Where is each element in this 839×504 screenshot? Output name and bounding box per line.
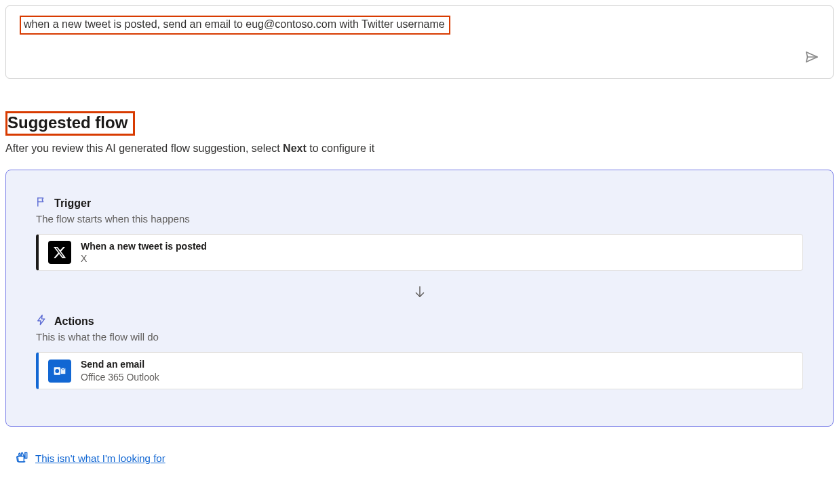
action-step-card[interactable]: Send an email Office 365 Outlook [36, 352, 803, 389]
trigger-step-card[interactable]: When a new tweet is posted X [36, 234, 803, 271]
action-step-sub: Office 365 Outlook [81, 371, 159, 383]
trigger-desc: The flow starts when this happens [36, 213, 803, 225]
outlook-icon [48, 360, 71, 383]
subtext-prefix: After you review this AI generated flow … [5, 142, 283, 154]
trigger-step-sub: X [81, 252, 207, 265]
trigger-header: Trigger [36, 196, 803, 210]
x-twitter-icon [48, 241, 71, 264]
actions-header: Actions [36, 314, 803, 328]
suggested-flow-subtext: After you review this AI generated flow … [5, 142, 834, 155]
actions-desc: This is what the flow will do [36, 331, 803, 343]
subtext-suffix: to configure it [307, 142, 375, 154]
suggested-flow-heading: Suggested flow [7, 113, 128, 132]
suggested-flow-highlight: Suggested flow [5, 111, 135, 136]
send-icon[interactable] [804, 50, 819, 67]
feedback-row: This isn't what I'm looking for [16, 451, 834, 466]
prompt-input-box[interactable]: when a new tweet is posted, send an emai… [5, 5, 834, 79]
trigger-step-text: When a new tweet is posted X [81, 240, 207, 265]
action-step-text: Send an email Office 365 Outlook [81, 358, 159, 383]
subtext-bold: Next [283, 142, 307, 154]
thumbs-down-icon[interactable] [16, 451, 28, 466]
bolt-icon [36, 314, 47, 328]
prompt-text: when a new tweet is posted, send an emai… [24, 18, 445, 30]
flow-card: Trigger The flow starts when this happen… [5, 170, 834, 427]
arrow-down-icon [36, 284, 803, 299]
flag-icon [36, 196, 47, 210]
trigger-step-title: When a new tweet is posted [81, 240, 207, 252]
prompt-highlight-box: when a new tweet is posted, send an emai… [20, 16, 450, 35]
action-step-title: Send an email [81, 358, 159, 370]
trigger-label: Trigger [54, 197, 91, 210]
feedback-link[interactable]: This isn't what I'm looking for [35, 452, 165, 464]
actions-label: Actions [54, 315, 94, 328]
